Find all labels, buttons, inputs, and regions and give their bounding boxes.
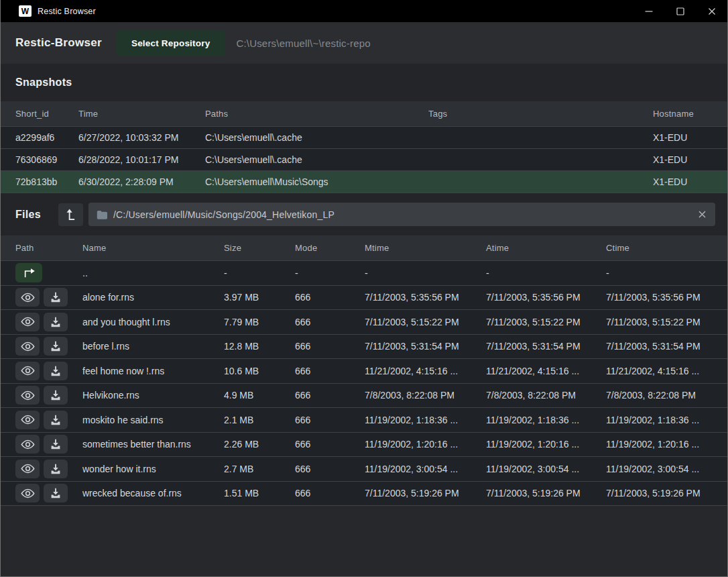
files-table-body: .. - - - - -: [1, 260, 727, 506]
snapshot-short-id: 72b813bb: [15, 176, 78, 187]
file-atime: 11/19/2002, 1:20:16 ...: [486, 439, 606, 450]
file-atime: 11/21/2002, 4:15:16 ...: [486, 366, 606, 376]
file-mtime: 11/19/2002, 1:20:16 ...: [365, 439, 486, 450]
download-file-button[interactable]: [44, 484, 68, 503]
column-tags: Tags: [428, 109, 653, 119]
eye-icon: [21, 414, 35, 425]
file-ctime: 7/11/2003, 5:15:22 PM: [606, 317, 727, 327]
level-up-icon: [66, 209, 76, 221]
snapshots-table-body: a2299af6 6/27/2022, 10:03:32 PM C:\Users…: [1, 126, 727, 193]
snapshot-short-id: a2299af6: [15, 132, 78, 143]
preview-file-button[interactable]: [15, 435, 40, 454]
snapshot-hostname: X1-EDU: [653, 176, 727, 187]
file-atime: 7/11/2003, 5:15:22 PM: [486, 317, 606, 327]
column-path: Path: [15, 243, 82, 253]
close-icon: [708, 7, 716, 15]
download-file-button[interactable]: [44, 337, 68, 356]
file-atime: -: [486, 268, 606, 278]
file-atime: 7/11/2003, 5:35:56 PM: [486, 292, 606, 303]
column-size: Size: [224, 243, 295, 253]
close-button[interactable]: [696, 0, 727, 22]
file-row: moskito he said.rns 2.1 MB 666 11/19/200…: [1, 408, 727, 433]
preview-file-button[interactable]: [15, 337, 40, 356]
column-ctime: Ctime: [606, 243, 727, 253]
file-mtime: 11/19/2002, 3:00:54 ...: [365, 464, 486, 474]
download-file-button[interactable]: [44, 460, 68, 478]
clear-path-button[interactable]: [697, 209, 707, 219]
file-size: 10.6 MB: [224, 366, 295, 376]
file-mtime: 7/11/2003, 5:35:56 PM: [365, 292, 486, 303]
preview-file-button[interactable]: [15, 386, 40, 405]
snapshot-hostname: X1-EDU: [653, 132, 727, 143]
file-name: wrecked because of.rns: [82, 488, 224, 499]
file-ctime: 11/19/2002, 3:00:54 ...: [606, 464, 727, 474]
preview-file-button[interactable]: [15, 362, 40, 380]
preview-file-button[interactable]: [15, 313, 40, 331]
snapshots-section-header: Snapshots: [1, 64, 727, 101]
preview-file-button[interactable]: [15, 484, 40, 503]
snapshot-time: 6/28/2022, 10:01:17 PM: [78, 154, 205, 165]
download-icon: [50, 317, 61, 327]
clear-icon: [699, 211, 706, 218]
snapshot-time: 6/27/2022, 10:03:32 PM: [78, 132, 205, 143]
file-mode: 666: [295, 464, 365, 474]
column-atime: Atime: [486, 243, 606, 253]
file-size: 12.8 MB: [224, 341, 295, 352]
go-parent-directory-button[interactable]: [15, 263, 42, 282]
file-name: Helvikone.rns: [82, 390, 224, 401]
column-hostname: Hostname: [653, 109, 727, 119]
file-mode: 666: [295, 439, 365, 450]
file-name: wonder how it.rns: [82, 464, 224, 474]
column-mode: Mode: [295, 243, 365, 253]
folder-icon: [97, 210, 107, 219]
snapshot-row[interactable]: 76306869 6/28/2022, 10:01:17 PM C:\Users…: [1, 149, 727, 171]
download-file-button[interactable]: [44, 362, 68, 380]
minimize-button[interactable]: [633, 0, 664, 22]
file-row: before l.rns 12.8 MB 666 7/11/2003, 5:31…: [1, 335, 727, 360]
file-mode: 666: [295, 488, 365, 499]
snapshots-table-header: Short_id Time Paths Tags Hostname: [1, 101, 727, 126]
maximize-button[interactable]: [664, 0, 696, 22]
file-actions: [15, 435, 82, 454]
file-name: feel home now !.rns: [82, 366, 224, 376]
snapshot-row[interactable]: a2299af6 6/27/2022, 10:03:32 PM C:\Users…: [1, 127, 727, 149]
eye-icon: [21, 463, 35, 474]
open-path-button[interactable]: [58, 203, 83, 226]
file-mode: -: [295, 268, 365, 278]
download-file-button[interactable]: [44, 386, 68, 405]
file-atime: 11/19/2002, 1:18:36 ...: [486, 415, 606, 425]
file-name: ..: [82, 268, 224, 278]
download-icon: [50, 366, 61, 376]
file-actions: [15, 362, 82, 380]
file-ctime: -: [606, 268, 727, 278]
file-name: before l.rns: [82, 341, 224, 352]
file-size: -: [224, 268, 295, 278]
file-actions: [15, 386, 82, 405]
preview-file-button[interactable]: [15, 288, 40, 307]
file-actions: [15, 411, 82, 429]
select-repository-button[interactable]: Select Repository: [117, 30, 225, 56]
parent-directory-icon: [23, 268, 36, 278]
column-name: Name: [82, 243, 224, 253]
current-path-field[interactable]: /C:/Users/emuell/Music/Songs/2004_Helvet…: [88, 203, 715, 226]
download-file-button[interactable]: [44, 313, 68, 331]
file-row: wrecked because of.rns 1.51 MB 666 7/11/…: [1, 482, 727, 507]
maximize-icon: [676, 7, 684, 15]
snapshot-hostname: X1-EDU: [653, 154, 727, 165]
download-file-button[interactable]: [44, 288, 68, 307]
preview-file-button[interactable]: [15, 460, 40, 478]
file-row: wonder how it.rns 2.7 MB 666 11/19/2002,…: [1, 457, 727, 482]
file-mode: 666: [295, 366, 365, 376]
file-mtime: -: [365, 268, 486, 278]
download-file-button[interactable]: [44, 411, 68, 429]
file-row: sometimes better than.rns 2.26 MB 666 11…: [1, 433, 727, 458]
file-mtime: 7/8/2003, 8:22:08 PM: [365, 390, 486, 401]
snapshot-row[interactable]: 72b813bb 6/30/2022, 2:28:09 PM C:\Users\…: [1, 171, 727, 193]
wails-logo-icon: W: [19, 5, 32, 17]
caption-buttons: [633, 0, 727, 22]
preview-file-button[interactable]: [15, 411, 40, 429]
file-ctime: 7/11/2003, 5:31:54 PM: [606, 341, 727, 352]
file-mtime: 7/11/2003, 5:19:26 PM: [365, 488, 486, 499]
file-atime: 11/19/2002, 3:00:54 ...: [486, 464, 606, 474]
download-file-button[interactable]: [44, 435, 68, 454]
